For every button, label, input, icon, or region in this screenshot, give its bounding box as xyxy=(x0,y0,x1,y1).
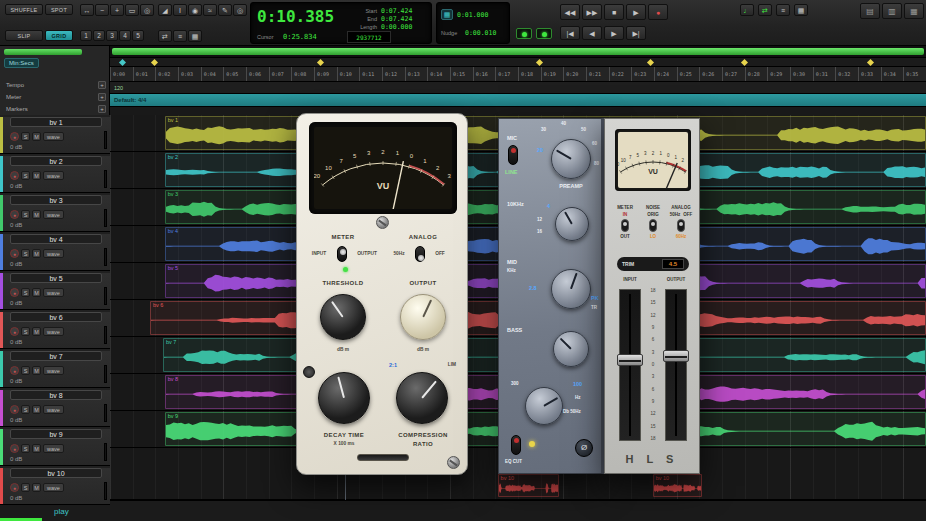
spot-mode-button[interactable]: SPOT xyxy=(45,4,73,15)
menu-toggle[interactable]: ≡ xyxy=(776,4,790,16)
trim-tool[interactable]: ◢ xyxy=(158,4,172,16)
grid-icon[interactable]: ▦ xyxy=(441,9,453,20)
shuffle-mode-button[interactable]: SHUFFLE xyxy=(5,4,43,15)
track-view-selector[interactable]: wave xyxy=(43,483,64,492)
trim-control[interactable]: TRIM 4.5 xyxy=(617,257,689,271)
meter-ruler[interactable]: Default: 4/4 xyxy=(110,93,926,106)
window-layout-2[interactable]: ▥ xyxy=(882,3,902,19)
track-name[interactable]: bv 3 xyxy=(10,195,102,205)
pencil-tool[interactable]: ✎ xyxy=(218,4,232,16)
mute-button[interactable]: M xyxy=(32,327,41,336)
meter-switch[interactable] xyxy=(621,219,629,232)
noise-switch[interactable] xyxy=(649,219,657,232)
solo-button[interactable]: S xyxy=(21,405,30,414)
track-view-selector[interactable]: wave xyxy=(43,366,64,375)
fast-forward-button[interactable]: ▶▶ xyxy=(582,4,602,20)
mirror-toggle[interactable]: ≡ xyxy=(173,30,187,42)
track-name[interactable]: bv 9 xyxy=(10,429,102,439)
grid-mode-button[interactable]: GRID xyxy=(45,30,73,41)
main-counter[interactable]: 0:10.385 xyxy=(257,7,334,26)
play-button[interactable]: ▶ xyxy=(626,4,646,20)
audio-clip[interactable]: bv 10 xyxy=(498,474,559,497)
marker-strip[interactable] xyxy=(110,57,926,66)
solo-button[interactable]: S xyxy=(21,210,30,219)
track-header-bv-3[interactable]: bv 3●SMwave0 dB xyxy=(0,195,110,232)
meter-switch[interactable] xyxy=(337,246,347,262)
input-fader[interactable] xyxy=(619,289,641,441)
record-enable-button[interactable]: ● xyxy=(10,405,19,414)
add-meter-button[interactable]: + xyxy=(98,93,106,101)
preamp-knob[interactable] xyxy=(551,139,591,179)
return-to-zero-button[interactable]: |◀ xyxy=(560,26,580,40)
mute-button[interactable]: M xyxy=(32,483,41,492)
output-knob[interactable] xyxy=(400,294,446,340)
mute-button[interactable]: M xyxy=(32,249,41,258)
record-enable-button[interactable]: ● xyxy=(10,444,19,453)
forward-button[interactable]: ▶ xyxy=(604,26,624,40)
record-enable-button[interactable]: ● xyxy=(10,366,19,375)
track-view-selector[interactable]: wave xyxy=(43,210,64,219)
window-layout-1[interactable]: ▤ xyxy=(860,3,880,19)
track-view-selector[interactable]: wave xyxy=(43,288,64,297)
zoom-out-icon[interactable]: − xyxy=(95,4,109,16)
track-name[interactable]: bv 7 xyxy=(10,351,102,361)
track-view-selector[interactable]: wave xyxy=(43,444,64,453)
mid-freq-knob[interactable] xyxy=(551,269,591,309)
timeline-scrollbar[interactable] xyxy=(110,46,926,57)
scrub-tool[interactable]: ≈ xyxy=(203,4,217,16)
rewind-button[interactable]: ◀◀ xyxy=(560,4,580,20)
marker-icon[interactable] xyxy=(317,59,324,66)
start-value[interactable]: 0:07.424 xyxy=(381,7,412,15)
track-header-bv-4[interactable]: bv 4●SMwave0 dB xyxy=(0,234,110,271)
ruler-label-markers[interactable]: Markers+ xyxy=(6,104,106,114)
compressor-plugin-window[interactable]: 2010753210123VU METER ANALOG INPUT OUTPU… xyxy=(296,113,468,475)
zoom-target-icon[interactable]: ◎ xyxy=(140,4,154,16)
track-name[interactable]: bv 5 xyxy=(10,273,102,283)
mute-button[interactable]: M xyxy=(32,288,41,297)
solo-button[interactable]: S xyxy=(21,444,30,453)
back-button[interactable]: ◀ xyxy=(582,26,602,40)
phase-button[interactable]: Ø xyxy=(575,439,593,457)
track-view-selector[interactable]: wave xyxy=(43,405,64,414)
ruler-label-meter[interactable]: Meter+ xyxy=(6,92,106,102)
zoom-preset-5[interactable]: 5 xyxy=(132,30,144,41)
slip-mode-button[interactable]: SLIP xyxy=(5,30,43,41)
solo-button[interactable]: S xyxy=(21,132,30,141)
nudge-value[interactable]: 0:00.010 xyxy=(465,29,496,37)
track-header-bv-2[interactable]: bv 2●SMwave0 dB xyxy=(0,156,110,193)
grabber-tool[interactable]: ◉ xyxy=(188,4,202,16)
solo-button[interactable]: S xyxy=(21,288,30,297)
end-value[interactable]: 0:07.424 xyxy=(381,15,412,23)
track-header-bv-9[interactable]: bv 9●SMwave0 dB xyxy=(0,429,110,466)
midi-merge-toggle[interactable]: ⇄ xyxy=(758,4,772,16)
zoom-preset-3[interactable]: 3 xyxy=(106,30,118,41)
track-header-bv-10[interactable]: bv 10●SMwave0 dB xyxy=(0,468,110,505)
input-fader-cap[interactable] xyxy=(617,354,643,366)
mute-button[interactable]: M xyxy=(32,405,41,414)
zoom-horizontal-icon[interactable]: ↔ xyxy=(80,4,94,16)
mute-button[interactable]: M xyxy=(32,366,41,375)
mute-button[interactable]: M xyxy=(32,444,41,453)
hf-boost-knob[interactable] xyxy=(555,207,589,241)
tempo-event[interactable]: 120 xyxy=(114,85,123,91)
zoom-preset-4[interactable]: 4 xyxy=(119,30,131,41)
tempo-ruler[interactable]: 120 xyxy=(110,81,926,93)
output-fader-cap[interactable] xyxy=(663,350,689,362)
compression-ratio-knob[interactable] xyxy=(396,372,448,424)
zoom-preset-1[interactable]: 1 xyxy=(80,30,92,41)
record-enable-button[interactable]: ● xyxy=(10,288,19,297)
track-name[interactable]: bv 8 xyxy=(10,390,102,400)
track-view-selector[interactable]: wave xyxy=(43,132,64,141)
meter-event[interactable]: Default: 4/4 xyxy=(114,97,146,103)
eq-cut-switch[interactable] xyxy=(511,435,521,455)
track-view-selector[interactable]: wave xyxy=(43,249,64,258)
marker-icon[interactable] xyxy=(741,59,748,66)
track-name[interactable]: bv 4 xyxy=(10,234,102,244)
zoom-tool[interactable]: ◎ xyxy=(233,4,247,16)
ruler-label-tempo[interactable]: Tempo+ xyxy=(6,80,106,90)
timebase-selector[interactable]: Min:Secs xyxy=(4,58,39,68)
selector-tool[interactable]: I xyxy=(173,4,187,16)
marker-icon[interactable] xyxy=(151,59,158,66)
record-enable-button[interactable]: ● xyxy=(10,132,19,141)
record-button[interactable]: ● xyxy=(648,4,668,20)
